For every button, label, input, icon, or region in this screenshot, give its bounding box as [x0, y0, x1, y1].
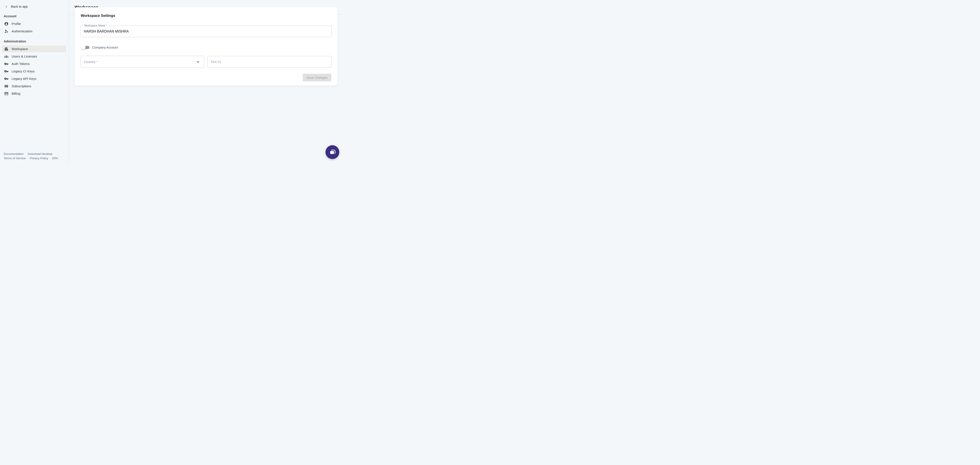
- company-account-toggle[interactable]: [81, 45, 90, 49]
- chat-launcher-button[interactable]: [326, 145, 339, 159]
- company-account-label: Company Account: [92, 46, 118, 49]
- footer-separator: ·: [50, 156, 51, 161]
- tax-id-field: [207, 56, 332, 68]
- back-to-app-label: Back to app: [11, 5, 28, 8]
- sidebar-item-label: Auth Tokens: [11, 62, 30, 65]
- person-circle-icon: [4, 22, 8, 26]
- main-content: Workspace Workspace Settings Workspace N…: [69, 0, 343, 163]
- sidebar-footer: Documentation · Download Desktop Terms o…: [4, 152, 58, 160]
- sidebar-item-profile[interactable]: Profile: [2, 20, 66, 27]
- documentation-link[interactable]: Documentation: [4, 152, 24, 156]
- administration-nav: Workspace Users & Licenses Auth Tokens L…: [0, 46, 69, 97]
- workspace-name-input[interactable]: [81, 26, 331, 37]
- country-placeholder: Country *: [84, 56, 98, 68]
- key-icon: [4, 76, 8, 81]
- sidebar-item-label: Authentication: [11, 29, 32, 33]
- privacy-policy-link[interactable]: Privacy Policy: [30, 156, 48, 161]
- save-changes-button[interactable]: Save Changes: [303, 74, 331, 81]
- section-title-account: Account: [4, 14, 69, 18]
- back-to-app-button[interactable]: Back to app: [5, 4, 69, 10]
- footer-separator: ·: [25, 152, 26, 156]
- chevron-down-icon: [197, 62, 199, 63]
- account-nav: Profile Authentication: [0, 20, 69, 35]
- sidebar-item-label: Subscriptions: [11, 84, 31, 88]
- footer-separator: ·: [27, 156, 28, 161]
- dpa-link[interactable]: DPA: [52, 156, 58, 161]
- sidebar-item-authentication[interactable]: Authentication: [2, 28, 66, 35]
- sidebar-item-legacy-ci-keys[interactable]: Legacy CI Keys: [2, 68, 66, 75]
- download-desktop-link[interactable]: Download Desktop: [27, 152, 52, 156]
- key-icon: [4, 62, 8, 66]
- sidebar-item-subscriptions[interactable]: Subscriptions: [2, 83, 66, 89]
- company-account-row: Company Account: [81, 45, 118, 49]
- key-icon: [4, 69, 8, 73]
- building-icon: [4, 47, 8, 51]
- card-title: Workspace Settings: [81, 14, 115, 18]
- sidebar-item-label: Legacy CI Keys: [11, 69, 35, 73]
- workspace-name-field: Workspace Name *: [81, 25, 332, 37]
- sidebar-item-auth-tokens[interactable]: Auth Tokens: [2, 61, 66, 67]
- sidebar-item-label: Legacy API Keys: [11, 77, 36, 81]
- people-group-icon: [4, 54, 8, 59]
- sidebar-item-label: Workspace: [11, 47, 28, 51]
- country-select[interactable]: Country *: [81, 56, 204, 68]
- sidebar-item-users-licenses[interactable]: Users & Licenses: [2, 53, 66, 60]
- bars-icon: [4, 84, 8, 88]
- sidebar-item-workspace[interactable]: Workspace: [2, 46, 66, 52]
- terms-of-service-link[interactable]: Terms of Service: [4, 156, 26, 161]
- section-title-administration: Administration: [4, 40, 69, 43]
- tax-id-input[interactable]: [208, 56, 331, 67]
- workspace-settings-card: Workspace Settings Workspace Name * Comp…: [75, 7, 337, 86]
- chevron-left-icon: [5, 5, 8, 8]
- sidebar-item-label: Billing: [11, 92, 20, 96]
- person-key-icon: [4, 29, 8, 33]
- sidebar-item-label: Profile: [11, 22, 21, 25]
- toggle-thumb: [81, 45, 86, 49]
- credit-card-icon: [4, 91, 8, 96]
- settings-sidebar: Back to app Account Profile Authenticati…: [0, 0, 69, 163]
- sidebar-item-billing[interactable]: Billing: [2, 90, 66, 97]
- sidebar-item-label: Users & Licenses: [11, 54, 37, 58]
- workspace-name-label: Workspace Name *: [83, 24, 108, 27]
- chat-bubbles-icon: [329, 148, 336, 156]
- sidebar-item-legacy-api-keys[interactable]: Legacy API Keys: [2, 75, 66, 82]
